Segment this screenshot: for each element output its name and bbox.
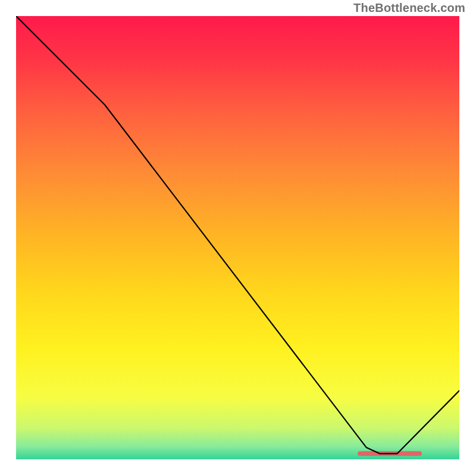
watermark-text: TheBottleneck.com [353,1,465,15]
svg-point-1 [358,451,362,456]
chart-plot [16,16,459,459]
svg-point-2 [417,451,422,456]
chart-svg [16,16,459,459]
chart-container: TheBottleneck.com [0,0,476,476]
